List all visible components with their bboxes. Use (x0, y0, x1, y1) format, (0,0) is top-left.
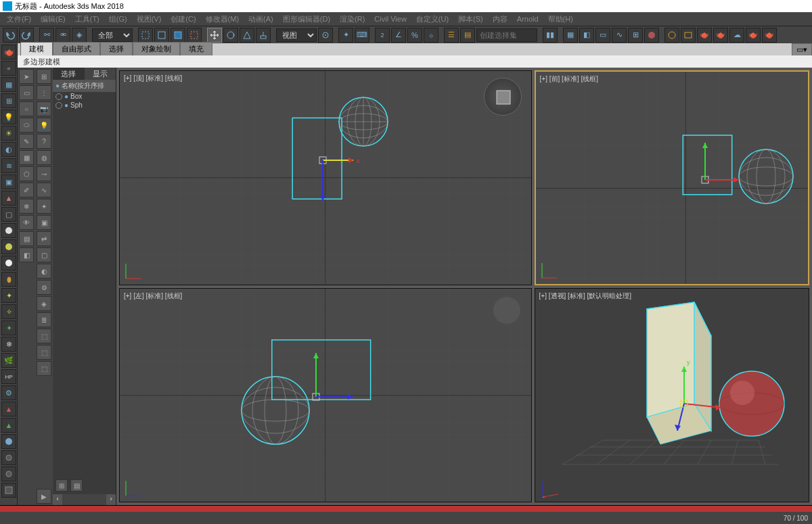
se-header[interactable]: ● 名称(按升序排 (53, 80, 116, 92)
viewport-left-label[interactable]: [+] [左] [标准] [线框] (124, 291, 182, 301)
pal-poly-icon[interactable]: ⬠ (19, 166, 34, 181)
viewport-top-label[interactable]: [+] [顶] [标准] [线框] (124, 74, 182, 83)
menu-content[interactable]: 内容 (489, 13, 512, 26)
render-frame-button[interactable] (681, 28, 696, 43)
snap-angle-button[interactable]: ∠ (391, 28, 406, 43)
render-online-button[interactable]: 🫖 (746, 28, 761, 43)
viewcube[interactable] (493, 297, 520, 324)
named-sel-button[interactable]: ▤ (460, 28, 475, 43)
rail-tri-icon[interactable]: ▲ (1, 418, 16, 433)
menu-script[interactable]: 脚本(S) (454, 13, 487, 26)
viewport-front[interactable]: [+] [前] [标准] [线框] (535, 70, 809, 285)
rail-light-icon[interactable]: 💡 (1, 110, 16, 124)
pal-arrow-icon[interactable]: ➤ (19, 69, 34, 84)
select-object-button[interactable] (138, 28, 153, 43)
render-setup-button[interactable] (664, 28, 679, 43)
snap-2d-button[interactable]: 2 (375, 28, 390, 43)
pal2-unk-icon[interactable]: ⬚ (37, 329, 51, 343)
select-place-button[interactable] (256, 28, 271, 43)
menu-rendering[interactable]: 渲染(R) (336, 13, 369, 26)
viewport-top[interactable]: [+] [顶] [标准] [线框] (119, 70, 532, 285)
edit-named-sel-button[interactable]: ☰ (444, 28, 459, 43)
snap-spinner-button[interactable]: ⟐ (424, 28, 438, 43)
pal2-play-icon[interactable]: ▶ (37, 489, 51, 504)
viewcube[interactable] (484, 78, 522, 116)
pal-name-icon[interactable]: ▤ (19, 231, 34, 246)
rail-yellow-sphere-icon[interactable] (1, 239, 16, 254)
rail-grid-icon[interactable]: ⊞ (1, 93, 16, 108)
pal2-lay-icon[interactable]: ≣ (37, 312, 51, 327)
ribbon-tab-populate[interactable]: 填充 (180, 42, 212, 55)
rail-dot5-icon[interactable] (1, 450, 16, 465)
pal2-cam-icon[interactable]: 📷 (37, 101, 51, 116)
rail-leaf-icon[interactable]: 🌿 (1, 353, 16, 368)
link-button[interactable]: ⚯ (39, 28, 54, 43)
menu-group[interactable]: 组(G) (105, 13, 131, 26)
pal-layer-icon[interactable]: ◧ (19, 247, 34, 262)
render-cloud-button[interactable]: ☁ (729, 28, 744, 43)
se-tab-select[interactable]: 选择 (53, 68, 85, 80)
menu-civil-view[interactable]: Civil View (370, 14, 410, 24)
scroll-right-icon[interactable]: › (106, 494, 116, 505)
menu-arnold[interactable]: Arnold (513, 14, 543, 24)
pal2-help-icon[interactable]: ? (37, 134, 51, 149)
toggle-ribbon-button[interactable]: ▭ (595, 28, 610, 43)
pal2-part-icon[interactable]: ✦ (37, 199, 51, 214)
select-rect-button[interactable] (171, 28, 185, 43)
pal2-tag-icon[interactable]: ⬚ (37, 345, 51, 360)
visibility-icon[interactable] (55, 102, 62, 109)
named-selection-input[interactable] (476, 28, 537, 42)
rail-teapot-icon[interactable]: 🫖 (1, 45, 16, 59)
bind-button[interactable]: ◈ (72, 28, 87, 43)
rail-dot7-icon[interactable] (1, 483, 16, 498)
menu-modifiers[interactable]: 修改器(M) (202, 13, 244, 26)
pal2-sh-icon[interactable]: ◈ (37, 296, 51, 311)
pal-brush-icon[interactable]: ✐ (19, 183, 34, 197)
se-layer-icon[interactable]: ▤ (70, 479, 83, 492)
visibility-icon[interactable] (55, 93, 62, 100)
rail-tree-icon[interactable]: ✦ (1, 320, 16, 335)
pal2-xref-icon[interactable]: ⇄ (37, 231, 51, 246)
schematic-button[interactable]: ⊞ (628, 28, 643, 43)
menu-animation[interactable]: 动画(A) (244, 13, 277, 26)
pal2-mod-icon[interactable]: ⚙ (37, 280, 51, 295)
se-grid-icon[interactable]: ⊞ (55, 479, 68, 492)
pal-freeze-icon[interactable]: ❄ (19, 199, 34, 214)
pal-paint-icon[interactable]: ✎ (19, 134, 34, 149)
snap-percent-button[interactable]: % (407, 28, 422, 43)
menu-help[interactable]: 帮助(H) (544, 13, 577, 26)
viewport-left[interactable]: [+] [左] [标准] [线框] (119, 288, 532, 503)
pal-circ-icon[interactable]: ○ (19, 101, 34, 116)
rail-white-sphere-icon[interactable] (1, 223, 16, 238)
rail-layer-icon[interactable]: ▦ (1, 77, 16, 92)
pal2-grp-icon[interactable]: ▣ (37, 215, 51, 230)
menu-graph-editors[interactable]: 图形编辑器(D) (279, 13, 334, 26)
rail-select-icon[interactable]: ▫ (1, 61, 16, 76)
ribbon-collapse-button[interactable]: ▭▾ (792, 43, 812, 55)
pal2-nav-icon[interactable]: ⬚ (37, 361, 51, 376)
pal2-spline-icon[interactable]: ∿ (37, 183, 51, 197)
select-move-button[interactable] (207, 28, 222, 43)
pal-lasso-icon[interactable]: ⬭ (19, 118, 34, 133)
use-pivot-button[interactable] (318, 28, 333, 43)
select-manipulate-button[interactable]: ✦ (338, 28, 353, 43)
pal2-mat-icon[interactable]: ◐ (37, 264, 51, 279)
timeline[interactable] (0, 505, 812, 512)
viewport-front-label[interactable]: [+] [前] [标准] [线框] (540, 74, 598, 84)
pal-vis-icon[interactable]: 👁 (19, 215, 34, 230)
rail-cam-icon[interactable]: ▣ (1, 174, 16, 189)
menu-create[interactable]: 创建(C) (166, 13, 200, 26)
unlink-button[interactable]: ⚮ (55, 28, 70, 43)
mirror-button[interactable]: ▮▮ (543, 28, 558, 43)
menu-view[interactable]: 视图(V) (133, 13, 166, 26)
viewport-persp-label[interactable]: [+] [透视] [标准] [默认明暗处理] (539, 291, 631, 301)
rail-cyl-icon[interactable]: ⬮ (1, 272, 16, 287)
select-scale-button[interactable] (240, 28, 254, 43)
rail-iso-icon[interactable]: ◐ (1, 142, 16, 157)
menu-customize[interactable]: 自定义(U) (412, 13, 453, 26)
menu-file[interactable]: 文件(F) (3, 13, 35, 26)
layer-button[interactable]: ◧ (579, 28, 594, 43)
select-rotate-button[interactable] (223, 28, 238, 43)
ribbon-tab-object-paint[interactable]: 对象绘制 (133, 42, 180, 55)
curve-editor-button[interactable]: ∿ (612, 28, 627, 43)
